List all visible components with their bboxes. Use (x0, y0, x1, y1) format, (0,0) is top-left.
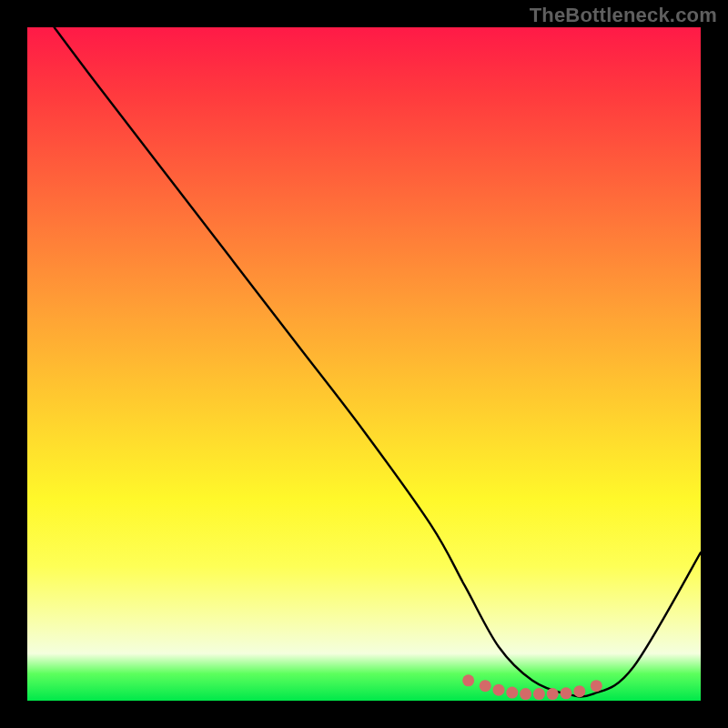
marker-dot (591, 680, 602, 692)
marker-dot (533, 688, 545, 700)
marker-dot (520, 688, 531, 700)
marker-dot (547, 688, 559, 700)
marker-dot (493, 684, 505, 696)
optimal-zone-markers (462, 674, 602, 700)
watermark-label: TheBottleneck.com (530, 4, 717, 27)
marker-dot (573, 685, 585, 697)
curve-layer (27, 27, 701, 701)
plot-area (27, 27, 701, 701)
marker-dot (506, 687, 518, 699)
bottleneck-curve (55, 27, 701, 696)
marker-dot (480, 680, 491, 692)
chart-frame: TheBottleneck.com (0, 0, 728, 728)
marker-dot (462, 674, 474, 686)
marker-dot (561, 687, 572, 699)
